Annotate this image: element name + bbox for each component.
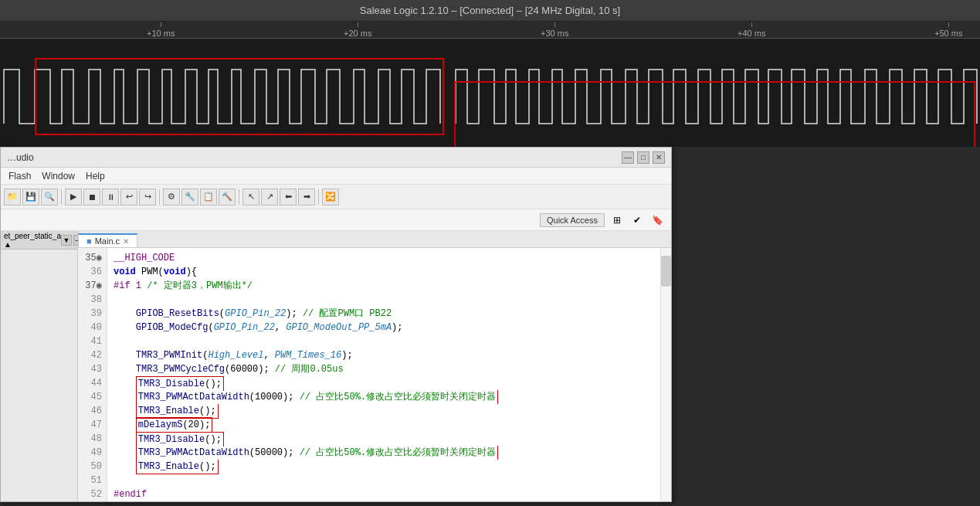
toolbar-btn-14[interactable]: ↗: [261, 188, 278, 205]
code-token: [114, 307, 136, 321]
toolbar-btn-1[interactable]: 📁: [4, 188, 21, 205]
toolbar-btn-11[interactable]: 📋: [200, 188, 217, 205]
line-num-52: 52: [78, 487, 107, 501]
line-num-49: 49: [78, 446, 107, 460]
annotation-box-bot: TMR3_Enable();: [136, 404, 219, 419]
code-token: __HIGH_CODE: [114, 251, 175, 265]
toolbar-btn-7[interactable]: ↩: [120, 188, 137, 205]
ide-window: …udio — □ ✕ Flash Window Help 📁 💾 🔍 ▶ ⏹ …: [0, 147, 672, 502]
toolbar-btn-5[interactable]: ⏹: [83, 188, 100, 205]
tab-close-button[interactable]: ✕: [123, 237, 129, 246]
code-line-47: mDelaymS(20);: [107, 418, 660, 432]
code-token: ();: [199, 461, 216, 472]
close-button[interactable]: ✕: [653, 151, 665, 164]
toolbar-btn-15[interactable]: ⬅: [280, 188, 297, 205]
menu-help[interactable]: Help: [81, 170, 110, 182]
code-token: GPIO_ModeOut_PP_5mA: [286, 321, 392, 335]
menu-window[interactable]: Window: [37, 170, 80, 182]
code-area[interactable]: 35◉ 36 37◉ 38 39 40 41 42 43 44 45 46 47…: [78, 248, 671, 501]
waveform-container: [0, 39, 980, 153]
ide-sidebar-content: [1, 250, 77, 501]
logic-analyzer-area: +10 ms +20 ms +30 ms +40 ms +50 ms: [0, 22, 980, 153]
code-token: [114, 432, 136, 446]
toolbar-btn-9[interactable]: ⚙: [163, 188, 180, 205]
toolbar-btn-17[interactable]: 🔀: [322, 188, 339, 205]
code-line-48: TMR3_Disable();: [107, 432, 660, 446]
code-token: ();: [199, 406, 216, 416]
code-token: [114, 460, 136, 474]
toolbar-btn-3[interactable]: 🔍: [41, 188, 58, 205]
annotation-box2-bot: TMR3_Enable();: [136, 460, 219, 474]
code-token: TMR3_Disable: [138, 379, 205, 389]
ide-menubar: Flash Window Help: [1, 168, 671, 185]
code-token: [114, 418, 136, 432]
code-line-44: TMR3_Disable();: [107, 376, 660, 390]
time-marker-40ms: +40 ms: [738, 22, 765, 38]
quickaccess-icon-3[interactable]: 🔖: [649, 212, 665, 228]
code-token: );: [392, 321, 402, 335]
line-num-50: 50: [78, 460, 107, 474]
code-line-36: void PWM(void){: [107, 265, 660, 279]
toolbar-separator-1: [61, 189, 62, 205]
code-token: TMR3_PWMInit: [136, 348, 202, 362]
minimize-button[interactable]: —: [622, 151, 634, 164]
ide-sidebar: et_peer_static_a ▲ ▼ — □: [1, 231, 78, 501]
tab-main-c[interactable]: ■ Main.c ✕: [78, 233, 137, 247]
code-token: [114, 362, 136, 376]
code-token: // 占空比50%.修改占空比必须暂时关闭定时器: [300, 447, 496, 458]
code-line-40: GPIOB_ModeCfg(GPIO_Pin_22, GPIO_ModeOut_…: [107, 321, 660, 335]
code-token: [114, 390, 136, 404]
code-token: // 周期0.05us: [275, 362, 344, 376]
code-token: ,: [263, 348, 274, 362]
ide-body: et_peer_static_a ▲ ▼ — □ ■ Main.c ✕: [1, 231, 671, 501]
code-token: GPIOB_ModeCfg: [136, 321, 209, 335]
ide-toolbar: 📁 💾 🔍 ▶ ⏹ ⏸ ↩ ↪ ⚙ 🔧 📋 🔨 ↖ ↗ ⬅ ➡ 🔀: [1, 185, 671, 209]
maximize-button[interactable]: □: [637, 151, 649, 164]
code-token: GPIO_Pin_22: [225, 307, 286, 321]
quick-access-button[interactable]: Quick Access: [540, 213, 605, 227]
toolbar-btn-6[interactable]: ⏸: [102, 188, 119, 205]
code-token: (50000);: [249, 447, 300, 458]
toolbar-btn-4[interactable]: ▶: [65, 188, 82, 205]
toolbar-btn-16[interactable]: ➡: [298, 188, 315, 205]
line-numbers: 35◉ 36 37◉ 38 39 40 41 42 43 44 45 46 47…: [78, 248, 107, 501]
toolbar-btn-2[interactable]: 💾: [22, 188, 39, 205]
code-token: TMR3_Enable: [138, 461, 199, 472]
line-num-48: 48: [78, 432, 107, 446]
tab-label: Main.c: [95, 236, 120, 246]
code-token: /* 定时器3，PWM输出*/: [147, 279, 253, 293]
code-token: #if 1: [114, 279, 147, 293]
sidebar-ctrl-collapse[interactable]: ▼: [61, 235, 72, 246]
toolbar-btn-8[interactable]: ↪: [139, 188, 156, 205]
menu-flash[interactable]: Flash: [4, 170, 36, 182]
code-token: TMR3_PWMActDataWidth: [138, 447, 249, 458]
line-num-45: 45: [78, 390, 107, 404]
toolbar-btn-10[interactable]: 🔧: [181, 188, 198, 205]
line-num-42: 42: [78, 348, 107, 362]
code-token: (20);: [182, 419, 210, 430]
toolbar-btn-12[interactable]: 🔨: [219, 188, 236, 205]
title-bar: Saleae Logic 1.2.10 – [Connected] – [24 …: [0, 0, 980, 22]
code-token: void: [114, 265, 136, 279]
quickaccess-icon-1[interactable]: ⊞: [609, 212, 625, 228]
code-token: ,: [275, 321, 286, 335]
code-scrollbar[interactable]: [660, 248, 671, 501]
line-num-44: 44: [78, 376, 107, 390]
toolbar-separator-4: [318, 189, 319, 205]
ide-editor: ■ Main.c ✕ 35◉ 36 37◉ 38 39 40 41 42 43: [78, 231, 671, 501]
scrollbar-thumb[interactable]: [661, 256, 671, 287]
line-num-43: 43: [78, 362, 107, 376]
annotation-box-single: mDelaymS(20);: [136, 417, 213, 433]
toolbar-btn-13[interactable]: ↖: [242, 188, 259, 205]
code-token: (: [202, 348, 208, 362]
app-title: Saleae Logic 1.2.10 – [Connected] – [24 …: [360, 5, 620, 16]
sidebar-title: et_peer_static_a ▲: [4, 232, 61, 249]
code-token: ){: [186, 265, 197, 279]
timeline: +10 ms +20 ms +30 ms +40 ms +50 ms: [0, 22, 980, 39]
code-line-49: TMR3_PWMActDataWidth(50000); // 占空比50%.修…: [107, 446, 660, 460]
code-line-50: TMR3_Enable();: [107, 460, 660, 474]
ide-titlebar: …udio — □ ✕: [1, 148, 671, 168]
quickaccess-icon-2[interactable]: ✔: [629, 212, 645, 228]
code-line-52: #endif: [107, 487, 660, 501]
code-token: (: [219, 307, 225, 321]
